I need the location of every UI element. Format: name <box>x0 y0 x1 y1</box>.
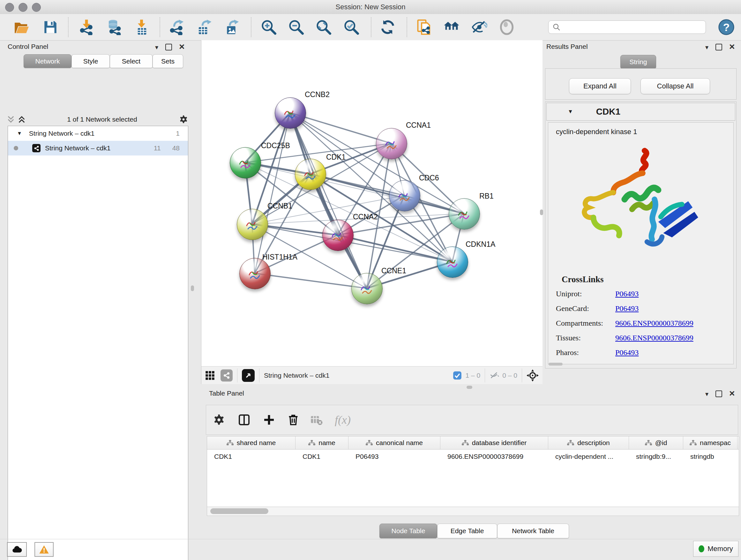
warnings-button[interactable] <box>35 542 54 557</box>
column-header-database-identifier[interactable]: database identifier <box>441 436 548 449</box>
node-HIST1H1A[interactable] <box>239 258 271 289</box>
close-panel-icon[interactable]: × <box>729 388 735 398</box>
tab-style[interactable]: Style <box>71 54 110 68</box>
node-CCNB1[interactable] <box>237 209 268 240</box>
node-CCNA1[interactable] <box>376 128 407 159</box>
table-settings-button[interactable] <box>212 413 226 427</box>
expand-all-button[interactable]: Expand All <box>569 78 631 94</box>
cloud-button[interactable] <box>7 542 27 557</box>
vertical-splitter-handle[interactable] <box>540 209 543 215</box>
memory-button[interactable]: Memory <box>693 541 738 557</box>
tab-edge-table[interactable]: Edge Table <box>437 523 497 538</box>
edge-HIST1H1A-CCNE1[interactable] <box>255 273 367 288</box>
collapse-panel-icon[interactable]: ▾ <box>155 44 158 51</box>
collapse-panel-icon[interactable]: ▾ <box>705 391 709 397</box>
float-panel-icon[interactable] <box>165 44 172 51</box>
table-cell[interactable]: CDK1 <box>207 453 295 460</box>
network-collection-row[interactable]: ▼ String Network – cdk1 1 <box>8 126 188 141</box>
table-cell[interactable]: cyclin-dependent ... <box>548 453 629 460</box>
expand-all-icon[interactable] <box>18 115 25 124</box>
edge-CDK1-RB1[interactable] <box>310 174 464 213</box>
table-hscrollbar-thumb[interactable] <box>210 508 268 514</box>
edge-CCNB2-CCNE1[interactable] <box>290 113 367 288</box>
network-canvas[interactable]: CCNB2 CCNA1 CDC25B CDK1 CDC6 RB1 <box>201 40 542 366</box>
tab-select[interactable]: Select <box>110 54 152 68</box>
zoom-in-button[interactable] <box>260 18 278 36</box>
export-network-button[interactable] <box>167 18 185 36</box>
maximize-window-button[interactable] <box>32 3 41 12</box>
results-hscrollbar-thumb[interactable] <box>549 363 562 366</box>
help-button[interactable]: ? <box>718 18 735 36</box>
save-session-button[interactable] <box>42 18 59 36</box>
search-box[interactable] <box>548 20 706 34</box>
crosslink-link[interactable]: P06493 <box>615 348 638 357</box>
table-cell[interactable]: CDK1 <box>295 453 348 460</box>
grid-view-icon[interactable] <box>205 371 215 380</box>
string-home-button[interactable] <box>443 18 461 36</box>
show-columns-button[interactable] <box>237 413 252 427</box>
network-row-selected[interactable]: String Network – cdk1 11 48 <box>8 141 188 155</box>
import-network-file-button[interactable] <box>77 18 95 36</box>
close-window-button[interactable] <box>5 3 14 12</box>
crosslink-link[interactable]: P06493 <box>615 290 638 298</box>
node-RB1[interactable] <box>449 198 480 230</box>
create-column-button[interactable] <box>262 413 276 427</box>
column-header-name[interactable]: name <box>295 436 348 449</box>
crosslink-link[interactable]: 9606.ENSP00000378699 <box>615 319 693 327</box>
protein-section-header[interactable]: ▼ CDK1 <box>546 103 735 121</box>
node-CCNB2[interactable] <box>275 98 306 129</box>
column-header-description[interactable]: description <box>548 436 629 449</box>
minimize-window-button[interactable] <box>18 3 27 12</box>
node-CDC6[interactable] <box>389 180 420 211</box>
close-panel-icon[interactable]: × <box>179 42 185 51</box>
collapse-panel-icon[interactable]: ▾ <box>705 44 709 51</box>
enhanced-graphics-button[interactable] <box>470 18 488 36</box>
float-panel-icon[interactable] <box>716 390 722 397</box>
table-cell[interactable]: P06493 <box>348 453 441 460</box>
float-panel-icon[interactable] <box>716 44 722 51</box>
export-image-button[interactable] <box>223 18 241 36</box>
section-expander-icon[interactable]: ▼ <box>568 109 573 115</box>
table-cell[interactable]: stringdb <box>683 453 738 460</box>
vertical-splitter-handle[interactable] <box>191 286 194 291</box>
column-header-canonical-name[interactable]: canonical name <box>348 436 441 449</box>
crosshair-icon[interactable] <box>527 369 539 381</box>
zoom-selected-button[interactable] <box>342 18 360 36</box>
crosslink-link[interactable]: P06493 <box>615 304 638 313</box>
collapse-all-icon[interactable] <box>7 115 15 124</box>
search-input[interactable] <box>561 23 696 31</box>
export-table-button[interactable] <box>195 18 213 36</box>
delete-column-button[interactable] <box>286 413 300 427</box>
node-CCNA2[interactable] <box>322 220 354 251</box>
show-graphics-details-button[interactable] <box>498 18 516 36</box>
column-header--id[interactable]: @id <box>629 436 683 449</box>
crosslink-link[interactable]: 9606.ENSP00000378699 <box>615 334 693 342</box>
refresh-button[interactable] <box>379 18 397 36</box>
tab-string[interactable]: String <box>620 55 656 69</box>
tab-network[interactable]: Network <box>23 54 71 68</box>
selected-checkbox-icon[interactable] <box>453 371 462 380</box>
tab-network-table[interactable]: Network Table <box>497 523 569 538</box>
network-share-view-icon[interactable] <box>220 369 232 381</box>
zoom-out-button[interactable] <box>287 18 305 36</box>
import-network-database-button[interactable] <box>105 18 123 36</box>
clone-network-button[interactable] <box>415 18 433 36</box>
table-cell[interactable]: stringdb:9... <box>629 453 683 460</box>
node-CCNE1[interactable] <box>351 273 383 304</box>
gear-icon[interactable] <box>179 115 188 124</box>
tab-node-table[interactable]: Node Table <box>380 523 437 538</box>
node-CDKN1A[interactable] <box>437 246 468 278</box>
birds-eye-view-icon[interactable] <box>242 369 255 382</box>
collapse-all-button[interactable]: Collapse All <box>641 78 710 94</box>
column-header-namespac[interactable]: namespac <box>683 436 738 449</box>
tree-expander-icon[interactable]: ▼ <box>17 131 22 136</box>
close-panel-icon[interactable]: × <box>729 42 735 51</box>
table-hscrollbar[interactable] <box>207 507 739 516</box>
tab-sets[interactable]: Sets <box>152 54 183 68</box>
table-row[interactable]: CDK1CDK1P064939606.ENSP00000378699cyclin… <box>207 449 739 463</box>
node-CDC25B[interactable] <box>230 147 261 179</box>
zoom-fit-button[interactable] <box>315 18 333 36</box>
open-session-button[interactable] <box>13 18 30 36</box>
node-CDK1[interactable] <box>295 159 326 190</box>
column-header-shared-name[interactable]: shared name <box>207 436 295 449</box>
